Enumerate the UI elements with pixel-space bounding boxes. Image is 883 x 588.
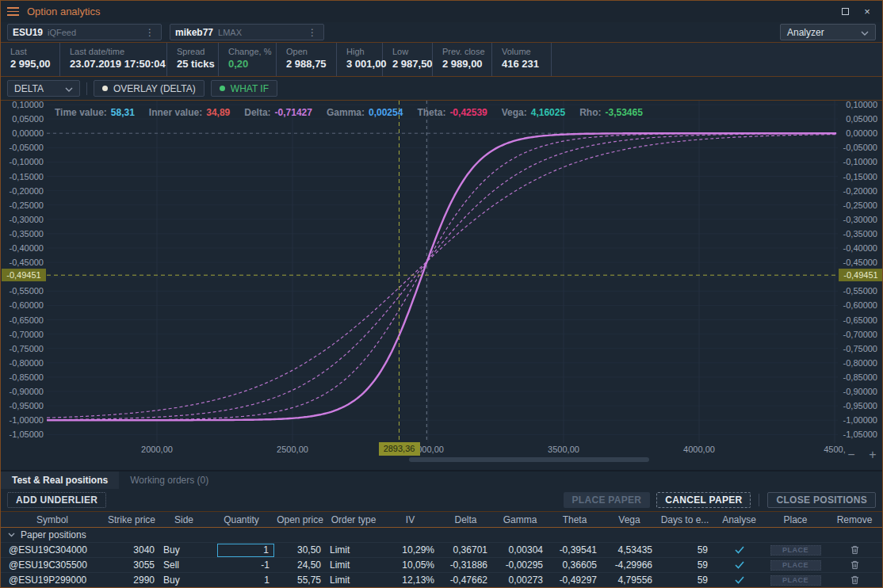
analyse-checkbox[interactable] [713, 573, 766, 587]
option-analytics-window: Option analytics × ESU19 iQFeed ⋮ mikeb7… [0, 0, 883, 588]
y-axis-tick: -0,30000 [839, 214, 877, 225]
stat-label: Open [286, 47, 336, 56]
close-positions-button[interactable]: CLOSE POSITIONS [767, 492, 876, 508]
table-row[interactable]: @ESU19C304000 3040 Buy 1 30,50 Limit 10,… [1, 542, 882, 557]
y-axis-tick: -0,80000 [1, 357, 44, 368]
cell-theta: -0,39541 [548, 544, 602, 556]
column-header: Place [766, 514, 825, 525]
table-row[interactable]: @ESU19C305500 3055 Sell -1 24,50 Limit 1… [1, 557, 882, 572]
y-axis-tick: -0,20000 [839, 185, 877, 197]
whatif-toggle-button[interactable]: WHAT IF [211, 80, 277, 97]
analyse-checkbox[interactable] [713, 558, 766, 572]
kebab-menu-icon[interactable]: ⋮ [143, 27, 156, 38]
symbol-feed: iQFeed [48, 28, 76, 37]
remove-row-button[interactable] [825, 543, 883, 557]
account-broker: LMAX [218, 28, 242, 37]
check-icon [735, 576, 744, 584]
greek-item: Inner value:34,89 [149, 107, 230, 118]
stat-value: 0,20 [228, 58, 276, 70]
table-row[interactable]: @ESU19P299000 2990 Buy 1 55,75 Limit 12,… [1, 572, 882, 587]
chart-horizontal-scrollbar[interactable] [409, 457, 649, 462]
quantity-input[interactable]: 1 [217, 544, 274, 557]
y-axis-tick: -1,00000 [1, 414, 44, 426]
stat-item: Last date/time23.07.2019 17:50:04 [60, 43, 167, 76]
cell-gamma: 0,00304 [492, 544, 548, 556]
remove-row-button[interactable] [825, 573, 883, 587]
stat-item: Spread25 ticks [167, 43, 219, 76]
place-row-button[interactable]: PLACE [770, 575, 821, 586]
title-bar: Option analytics × [1, 1, 882, 22]
kebab-menu-icon[interactable]: ⋮ [306, 27, 319, 38]
column-header: Strike price [104, 514, 159, 525]
zoom-in-button[interactable]: + [864, 447, 881, 463]
whatif-toggle-label: WHAT IF [231, 83, 269, 94]
x-axis-tick: 2500,00 [277, 445, 308, 454]
column-header: Analyse [713, 514, 766, 525]
cell-side: Buy [159, 544, 208, 556]
x-axis-tick: 3500,00 [548, 445, 579, 454]
cell-strike: 3040 [104, 544, 159, 556]
cancel-paper-button[interactable]: CANCEL PAPER [656, 492, 751, 508]
greek-label: Vega: [502, 107, 527, 118]
account-selector[interactable]: mikeb77 LMAX ⋮ [170, 24, 324, 40]
close-icon: × [864, 6, 870, 17]
y-axis-tick: -0,25000 [839, 200, 877, 211]
chart-plot-area[interactable] [47, 101, 838, 443]
stat-label: Change, % [228, 47, 276, 56]
place-row-button[interactable]: PLACE [770, 545, 821, 556]
cell-symbol: @ESU19C304000 [1, 544, 104, 556]
cell-gamma: 0,00273 [492, 575, 548, 586]
stat-label: Spread [177, 47, 218, 56]
stat-item: Last2 995,00 [1, 43, 60, 76]
place-row-button[interactable]: PLACE [770, 560, 821, 571]
y-axis-tick: -0,90000 [839, 386, 877, 397]
crosshair-price-label: 2893,36 [379, 442, 420, 456]
y-axis-tick: 0,05000 [839, 113, 877, 124]
maximize-button[interactable] [836, 4, 854, 20]
overlay-toggle-button[interactable]: OVERLAY (DELTA) [94, 80, 205, 97]
x-axis-tick: 4000,00 [683, 445, 715, 454]
stat-label: Last date/time [70, 47, 166, 56]
greek-value: 4,16025 [531, 107, 565, 118]
greek-item: Rho:-3,53465 [579, 107, 643, 118]
symbol-selector[interactable]: ESU19 iQFeed ⋮ [7, 24, 162, 40]
positions-actions: ADD UNDERLIER PLACE PAPER CANCEL PAPER C… [1, 489, 882, 511]
y-axis-tick: -0,30000 [1, 214, 44, 225]
chevron-down-icon [65, 83, 73, 94]
cell-open-price: 55,75 [274, 575, 326, 586]
remove-row-button[interactable] [825, 558, 883, 572]
cell-delta: -0,47662 [439, 575, 492, 586]
stat-label: High [346, 47, 382, 56]
hamburger-menu-icon[interactable] [7, 7, 19, 16]
tab-test-real-positions[interactable]: Test & Real positions [1, 472, 119, 489]
y-axis-tick: -0,35000 [839, 228, 877, 239]
greek-value: 0,00254 [369, 107, 403, 118]
add-underlier-button[interactable]: ADD UNDERLIER [7, 492, 106, 508]
cell-delta: -0,31886 [439, 559, 492, 571]
greek-item: Time value:58,31 [55, 107, 135, 118]
greek-label: Time value: [55, 107, 107, 118]
y-axis-tick: -0,95000 [1, 400, 44, 411]
tab-working-orders[interactable]: Working orders (0) [119, 472, 220, 489]
delta-chart[interactable]: Time value:58,31Inner value:34,89Delta:-… [1, 101, 882, 470]
column-header: Delta [439, 514, 492, 525]
metric-select[interactable]: DELTA [7, 80, 80, 97]
cell-gamma: -0,00295 [492, 559, 548, 571]
place-paper-button[interactable]: PLACE PAPER [564, 492, 651, 508]
overlay-status-dot-icon [102, 86, 108, 91]
cell-vega: 4,79556 [602, 575, 657, 586]
quantity-value[interactable]: -1 [261, 559, 274, 571]
column-header: IV [381, 514, 439, 525]
group-row-paper-positions[interactable]: Paper positions [1, 528, 882, 542]
overlay-toggle-label: OVERLAY (DELTA) [113, 83, 196, 94]
analyse-checkbox[interactable] [713, 543, 766, 557]
y-axis-tick: -0,10000 [839, 156, 877, 167]
quantity-value[interactable]: 1 [264, 575, 274, 586]
close-button[interactable]: × [858, 4, 876, 20]
column-header: Days to e... [657, 514, 713, 525]
zoom-out-button[interactable]: − [843, 447, 860, 463]
analyzer-mode-select[interactable]: Analyzer [780, 24, 876, 40]
cell-open-price: 30,50 [274, 544, 326, 556]
stat-item: Low2 987,50 [383, 43, 433, 76]
cell-iv: 10,05% [381, 559, 439, 571]
